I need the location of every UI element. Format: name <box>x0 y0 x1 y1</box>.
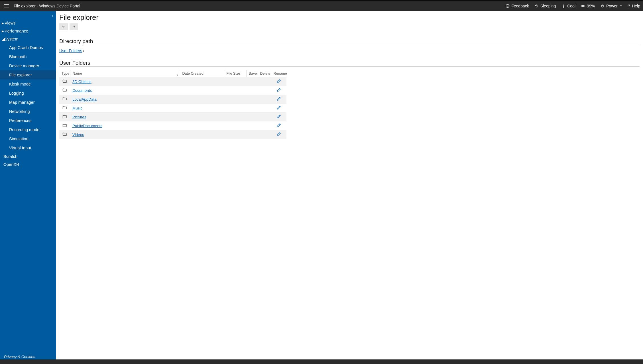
directory-path-heading: Directory path <box>59 38 640 45</box>
sidebar-label: Logging <box>9 91 24 95</box>
breadcrumb-root-link[interactable]: User Folders <box>59 48 82 53</box>
date-cell <box>180 113 224 121</box>
folder-icon <box>62 97 67 102</box>
sidebar-item-recording-mode[interactable]: Recording mode <box>0 125 56 134</box>
col-save[interactable]: Save <box>246 70 258 77</box>
header-status-group: Feedback Sleeping Cool 99% Power ▼ ? Hel… <box>506 4 640 8</box>
name-cell: 3D Objects <box>70 77 180 86</box>
folder-icon <box>62 124 67 128</box>
sidebar-item-logging[interactable]: Logging <box>0 89 56 98</box>
sidebar-item-map-manager[interactable]: Map manager <box>0 98 56 107</box>
svg-rect-19 <box>63 124 66 127</box>
sidebar-nav: ▸Views ▸Performance ◢System App Crash Du… <box>0 11 56 351</box>
date-cell <box>180 86 224 95</box>
folder-list-heading: User Folders <box>59 60 640 67</box>
sidebar-item-networking[interactable]: Networking <box>0 107 56 116</box>
table-row: LocalAppData <box>59 95 286 104</box>
sidebar-item-openxr[interactable]: OpenXR <box>0 160 56 168</box>
sidebar-item-bluetooth[interactable]: Bluetooth <box>0 52 56 61</box>
save-cell <box>246 130 258 139</box>
power-icon <box>601 4 605 8</box>
edit-icon[interactable] <box>277 97 281 102</box>
battery-status: 99% <box>581 4 595 8</box>
edit-icon[interactable] <box>277 115 281 119</box>
folder-link[interactable]: Documents <box>72 88 92 93</box>
date-cell <box>180 95 224 104</box>
save-cell <box>246 95 258 104</box>
sidebar-item-virtual-input[interactable]: Virtual Input <box>0 143 56 152</box>
sidebar-item-kiosk-mode[interactable]: Kiosk mode <box>0 80 56 89</box>
folder-link[interactable]: LocalAppData <box>72 97 97 101</box>
sidebar-item-simulation[interactable]: Simulation <box>0 134 56 143</box>
sidebar-label: Virtual Input <box>9 146 31 150</box>
delete-cell <box>258 130 271 139</box>
menu-icon[interactable] <box>4 4 9 7</box>
sidebar-item-app-crash-dumps[interactable]: App Crash Dumps <box>0 43 56 52</box>
col-size[interactable]: File Size <box>224 70 246 77</box>
svg-rect-11 <box>63 89 66 91</box>
feedback-button[interactable]: Feedback <box>506 4 529 8</box>
edit-icon[interactable] <box>277 133 281 137</box>
type-cell <box>59 95 70 104</box>
sidebar-label: File explorer <box>9 73 32 77</box>
delete-cell <box>258 104 271 113</box>
svg-rect-9 <box>63 80 66 82</box>
date-cell <box>180 121 224 130</box>
sidebar-item-views[interactable]: ▸Views <box>0 19 56 27</box>
edit-icon[interactable] <box>277 106 281 111</box>
sidebar-collapse-button[interactable]: ‹ <box>52 14 53 18</box>
power-menu[interactable]: Power ▼ <box>601 4 622 8</box>
arrow-left-icon <box>62 25 66 29</box>
folder-icon <box>62 115 67 119</box>
type-cell <box>59 77 70 86</box>
size-cell <box>224 104 246 113</box>
delete-cell <box>258 86 271 95</box>
sidebar-item-scratch[interactable]: Scratch <box>0 152 56 160</box>
sidebar-label: Performance <box>5 29 28 33</box>
folder-link[interactable]: 3D Objects <box>72 80 91 84</box>
smile-icon <box>506 4 510 8</box>
svg-rect-17 <box>63 115 66 118</box>
type-cell <box>59 121 70 130</box>
edit-icon[interactable] <box>277 124 281 128</box>
name-cell: Videos <box>70 130 180 139</box>
folder-link[interactable]: PublicDocuments <box>72 124 102 128</box>
rename-cell <box>271 95 286 104</box>
sidebar-item-device-manager[interactable]: Device manager <box>0 61 56 70</box>
size-cell <box>224 130 246 139</box>
col-delete[interactable]: Delete <box>258 70 271 77</box>
sidebar-item-performance[interactable]: ▸Performance <box>0 27 56 35</box>
sleep-status: Sleeping <box>535 4 556 8</box>
sidebar-label: Scratch <box>3 154 17 159</box>
name-cell: Documents <box>70 86 180 95</box>
sidebar-item-system[interactable]: ◢System <box>0 35 56 43</box>
help-button[interactable]: ? Help <box>628 4 640 8</box>
svg-point-0 <box>506 4 509 7</box>
folder-link[interactable]: Music <box>72 106 82 110</box>
type-cell <box>59 130 70 139</box>
sidebar-item-file-explorer[interactable]: File explorer <box>0 70 56 80</box>
feedback-label: Feedback <box>511 4 529 8</box>
edit-icon[interactable] <box>277 89 281 93</box>
battery-label: 99% <box>587 4 595 8</box>
delete-cell <box>258 95 271 104</box>
col-name[interactable]: Name <box>70 70 180 77</box>
name-cell: PublicDocuments <box>70 121 180 130</box>
sidebar-item-preferences[interactable]: Preferences <box>0 116 56 125</box>
rename-cell <box>271 86 286 95</box>
col-date[interactable]: Date Created <box>180 70 224 77</box>
power-label: Power <box>606 4 618 8</box>
col-type[interactable]: Type <box>59 70 70 77</box>
privacy-link[interactable]: Privacy & Cookies <box>0 351 56 359</box>
page-footer-bar <box>0 359 643 364</box>
col-rename[interactable]: Rename <box>271 70 286 77</box>
svg-rect-21 <box>63 133 66 135</box>
nav-back-button[interactable] <box>59 23 68 30</box>
breadcrumb: User Folders\ <box>59 48 640 53</box>
folder-icon <box>62 133 67 137</box>
folder-icon <box>62 106 67 111</box>
folder-link[interactable]: Videos <box>72 133 84 137</box>
folder-link[interactable]: Pictures <box>72 115 86 119</box>
edit-icon[interactable] <box>277 80 281 84</box>
nav-forward-button[interactable] <box>70 23 78 30</box>
